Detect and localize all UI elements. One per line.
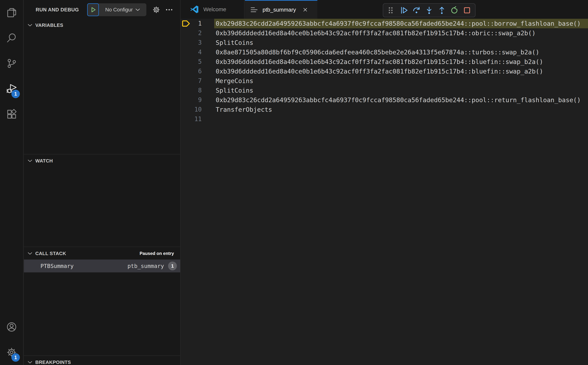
debug-configuration-value: No Configur — [105, 7, 133, 13]
section-header-breakpoints[interactable]: BREAKPOINTS — [24, 356, 180, 365]
debug-config-bar: No Configur — [87, 3, 146, 16]
code-line-text[interactable]: SplitCoins — [214, 38, 588, 47]
section-divider[interactable] — [24, 355, 180, 356]
tab-welcome[interactable]: Welcome — [181, 0, 245, 19]
line-number: 11 — [191, 114, 202, 124]
code-line: 11 — [181, 114, 588, 124]
gutter-gap — [202, 47, 214, 57]
tab-label: ptb_summary — [262, 7, 296, 13]
code-line-text[interactable] — [214, 114, 588, 124]
line-number: 5 — [191, 57, 202, 67]
debug-current-line-icon — [182, 20, 190, 27]
line-number: 9 — [191, 95, 202, 105]
breakpoint-gutter[interactable] — [181, 95, 191, 105]
frame-meta: ptb_summary 1 — [128, 261, 177, 270]
open-launch-json-button[interactable] — [151, 0, 162, 20]
gutter-gap — [202, 95, 214, 105]
line-number: 4 — [191, 47, 202, 57]
code-line-text[interactable]: 0xb29d83c26cdd2a64959263abbcfc4a6937f0c9… — [214, 19, 588, 28]
activity-item-explorer[interactable] — [0, 0, 23, 25]
extensions-icon — [6, 109, 17, 120]
code-line: 3SplitCoins — [181, 38, 588, 47]
breakpoint-gutter[interactable] — [181, 38, 191, 47]
line-number: 7 — [191, 76, 202, 86]
frame-badge: 1 — [168, 261, 177, 270]
section-header-call-stack[interactable]: CALL STACK Paused on entry — [24, 247, 180, 260]
chevron-down-icon — [28, 24, 32, 27]
continue-icon — [400, 6, 408, 14]
gutter-gap — [202, 105, 214, 114]
views-more-actions-button[interactable] — [164, 0, 175, 20]
gutter-gap — [202, 38, 214, 47]
close-icon — [303, 7, 308, 12]
code-line-text[interactable]: 0xb29d83c26cdd2a64959263abbcfc4a6937f0c9… — [214, 95, 588, 105]
list-icon — [250, 6, 258, 14]
line-number: 8 — [191, 86, 202, 95]
gear-icon — [152, 6, 160, 14]
activity-item-run-and-debug[interactable]: 1 — [0, 76, 23, 101]
continue-button[interactable] — [399, 5, 409, 16]
restart-button[interactable] — [449, 5, 460, 16]
activity-bar: 1 — [0, 0, 23, 365]
stop-button[interactable] — [462, 5, 472, 16]
code-editor[interactable]: 10xb29d83c26cdd2a64959263abbcfc4a6937f0c… — [181, 19, 588, 365]
breakpoint-gutter[interactable] — [181, 19, 191, 28]
step-out-icon — [438, 6, 446, 14]
code-line-text[interactable]: MergeCoins — [214, 76, 588, 86]
call-stack-frame-row[interactable]: PTBSummary ptb_summary 1 — [24, 260, 180, 272]
restart-icon — [450, 6, 459, 14]
breakpoint-gutter[interactable] — [181, 76, 191, 86]
breakpoint-gutter[interactable] — [181, 47, 191, 57]
step-out-button[interactable] — [437, 5, 447, 16]
start-debugging-button[interactable] — [87, 3, 99, 16]
step-into-button[interactable] — [424, 5, 434, 16]
section-divider[interactable] — [24, 247, 180, 247]
activity-item-source-control[interactable] — [0, 51, 23, 76]
breakpoint-gutter[interactable] — [181, 57, 191, 67]
section-label: WATCH — [35, 158, 53, 164]
activity-item-accounts[interactable] — [0, 314, 23, 340]
code-line-text[interactable]: 0xb39d6dddedd16ed8a40ce0b1e6b43c92acf0ff… — [214, 57, 588, 67]
code-line-text[interactable]: TransferObjects — [214, 105, 588, 114]
play-icon — [90, 6, 97, 13]
gutter-gap — [202, 86, 214, 95]
breakpoint-gutter[interactable] — [181, 105, 191, 114]
breakpoint-gutter[interactable] — [181, 86, 191, 95]
frame-file: ptb_summary — [128, 263, 164, 269]
activity-item-search[interactable] — [0, 25, 23, 51]
breakpoint-gutter[interactable] — [181, 114, 191, 124]
tab-label: Welcome — [203, 6, 226, 13]
section-label: CALL STACK — [35, 251, 66, 256]
tab-ptb-summary[interactable]: ptb_summary — [245, 0, 317, 19]
code-line-text[interactable]: 0xb39d6dddedd16ed8a40ce0b1e6b43c92acf0ff… — [214, 67, 588, 76]
call-stack-status: Paused on entry — [140, 251, 174, 256]
chevron-down-icon — [28, 361, 32, 364]
debug-configuration-dropdown[interactable]: No Configur — [99, 3, 146, 16]
section-divider[interactable] — [24, 154, 180, 154]
section-label: VARIABLES — [35, 22, 63, 28]
line-number: 2 — [191, 28, 202, 38]
vscode-logo-icon — [190, 5, 199, 14]
tab-close-button[interactable] — [301, 6, 309, 14]
activity-item-extensions[interactable] — [0, 101, 23, 127]
gutter-gap — [202, 57, 214, 67]
chevron-down-icon — [135, 8, 140, 11]
code-line-text[interactable]: 0xb39d6dddedd16ed8a40ce0b1e6b43c92acf0ff… — [214, 28, 588, 38]
section-header-watch[interactable]: WATCH — [24, 155, 180, 167]
run-and-debug-sidebar: RUN AND DEBUG No Configur — [24, 0, 180, 365]
step-over-button[interactable] — [411, 5, 422, 16]
activity-item-manage[interactable]: 1 — [0, 340, 23, 365]
activity-bar-spacer — [0, 127, 23, 314]
breakpoint-gutter[interactable] — [181, 28, 191, 38]
chevron-down-icon — [28, 252, 32, 255]
ellipsis-icon — [165, 6, 173, 14]
code-line: 60xb39d6dddedd16ed8a40ce0b1e6b43c92acf0f… — [181, 67, 588, 76]
sidebar-header: RUN AND DEBUG No Configur — [24, 0, 180, 20]
line-number: 10 — [191, 105, 202, 114]
code-line-text[interactable]: 0x8ae871505a80d8bf6bf9c05906cda6edfeea46… — [214, 47, 588, 57]
vscode-window: 1 — [0, 0, 588, 365]
code-line-text[interactable]: SplitCoins — [214, 86, 588, 95]
section-header-variables[interactable]: VARIABLES — [24, 19, 180, 31]
toolbar-drag-handle[interactable] — [386, 5, 397, 16]
breakpoint-gutter[interactable] — [181, 67, 191, 76]
